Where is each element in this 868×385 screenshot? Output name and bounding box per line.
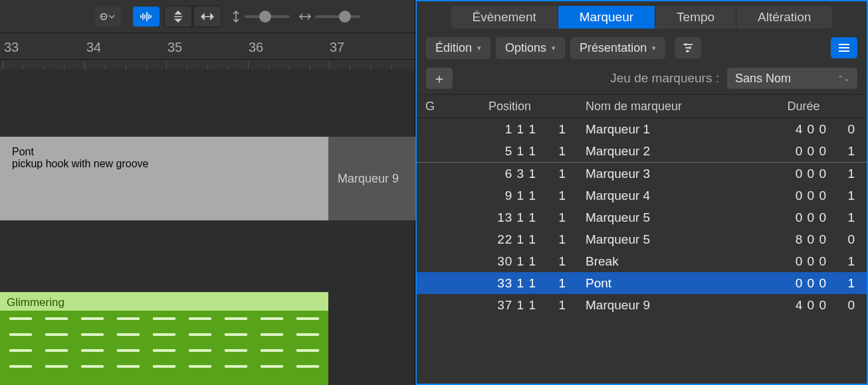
row-duration-sub[interactable]: 1: [835, 144, 867, 159]
row-position-sub[interactable]: 1: [543, 167, 570, 181]
svg-point-12: [686, 50, 689, 52]
editor-tabs: Évènement Marqueur Tempo Altération: [417, 1, 867, 33]
row-name[interactable]: Marqueur 4: [576, 189, 740, 203]
marker-region-pont[interactable]: Pont pickup hook with new groove: [0, 137, 328, 220]
row-name[interactable]: Marqueur 3: [576, 167, 740, 181]
row-duration[interactable]: 0 0 0: [740, 254, 835, 269]
bar-number: 34: [86, 40, 101, 55]
row-position-sub[interactable]: 1: [543, 189, 570, 203]
row-name[interactable]: Break: [576, 254, 740, 269]
audio-region-glimmering[interactable]: Glimmering: [0, 292, 328, 385]
marker-list-header: G Position Nom de marqueur Durée: [417, 94, 867, 118]
marker-row[interactable]: 33 1 11Pont0 0 01: [417, 272, 867, 294]
timeline-panel: 33 34 35 36 37 Pont pickup hook with new…: [0, 0, 415, 385]
filter-button[interactable]: [675, 37, 701, 58]
marker-set-bar: ＋ Jeu de marqueurs : Sans Nom ⌃⌄: [417, 62, 867, 94]
track-area[interactable]: Pont pickup hook with new groove Marqueu…: [0, 69, 415, 385]
vertical-zoom-icon: [231, 11, 241, 23]
row-position-sub[interactable]: 1: [543, 210, 570, 225]
horizontal-zoom-slider[interactable]: [315, 15, 360, 18]
row-name[interactable]: Marqueur 5: [576, 210, 740, 225]
edit-menu[interactable]: Édition▾: [426, 37, 490, 59]
options-menu[interactable]: Options▾: [496, 37, 565, 59]
row-position[interactable]: 9 1 1: [443, 189, 543, 203]
marker-row[interactable]: 37 1 11Marqueur 94 0 00: [417, 294, 867, 316]
svg-point-1: [102, 16, 103, 17]
row-duration-sub[interactable]: 1: [835, 276, 867, 291]
row-duration[interactable]: 0 0 0: [740, 210, 835, 225]
edit-menu-label: Édition: [435, 41, 472, 55]
vertical-zoom-slider-group: [231, 11, 290, 23]
row-position[interactable]: 37 1 1: [443, 298, 543, 313]
row-duration[interactable]: 0 0 0: [740, 167, 835, 181]
add-marker-button[interactable]: ＋: [426, 68, 453, 89]
marker-row[interactable]: 30 1 11Break0 0 01: [417, 250, 867, 272]
row-duration-sub[interactable]: 1: [835, 189, 867, 203]
row-position-sub[interactable]: 1: [543, 276, 570, 291]
row-duration[interactable]: 4 0 0: [740, 122, 835, 137]
tab-tempo[interactable]: Tempo: [655, 6, 736, 29]
waveform-tool-button[interactable]: [133, 7, 160, 27]
row-duration-sub[interactable]: 0: [835, 232, 867, 247]
row-name[interactable]: Marqueur 1: [576, 122, 740, 137]
row-duration-sub[interactable]: 1: [835, 210, 867, 225]
marker-row[interactable]: 6 3 11Marqueur 30 0 01: [417, 163, 867, 185]
col-header-name[interactable]: Nom de marqueur: [576, 100, 740, 114]
row-duration[interactable]: 0 0 0: [740, 189, 835, 203]
audio-region-name: Glimmering: [0, 295, 328, 311]
functions-menu-button[interactable]: [94, 7, 121, 27]
list-view-button[interactable]: [831, 37, 857, 58]
row-position[interactable]: 1 1 1: [443, 122, 543, 137]
row-duration-sub[interactable]: 0: [835, 298, 867, 313]
horizontal-auto-zoom-button[interactable]: [194, 7, 221, 27]
view-menu[interactable]: Présentation▾: [570, 37, 665, 59]
tab-signature[interactable]: Altération: [736, 6, 832, 29]
tab-event[interactable]: Évènement: [451, 6, 558, 29]
marker-row[interactable]: 5 1 11Marqueur 20 0 01: [417, 140, 867, 162]
marker-region-9[interactable]: Marqueur 9: [328, 137, 415, 220]
row-position-sub[interactable]: 1: [543, 122, 570, 137]
row-position[interactable]: 22 1 1: [443, 232, 543, 247]
vertical-auto-zoom-button[interactable]: [165, 7, 191, 27]
marker-row[interactable]: 9 1 11Marqueur 40 0 01: [417, 185, 867, 206]
zoom-tool-group: [163, 5, 222, 28]
row-duration[interactable]: 0 0 0: [740, 144, 835, 159]
bar-ruler[interactable]: 33 34 35 36 37: [0, 33, 415, 60]
col-header-position[interactable]: Position: [443, 100, 576, 114]
marker-list[interactable]: 1 1 11Marqueur 14 0 005 1 11Marqueur 20 …: [417, 118, 867, 384]
view-menu-label: Présentation: [580, 41, 647, 55]
list-editor-panel: Évènement Marqueur Tempo Altération Édit…: [415, 0, 868, 385]
chevron-down-icon: ▾: [477, 44, 481, 52]
row-position[interactable]: 33 1 1: [443, 276, 543, 291]
row-duration[interactable]: 8 0 0: [740, 232, 835, 247]
marker-9-label: Marqueur 9: [338, 172, 399, 186]
row-duration-sub[interactable]: 1: [835, 254, 867, 269]
marker-set-value: Sans Nom: [735, 72, 791, 86]
tab-marker[interactable]: Marqueur: [558, 6, 655, 29]
chevron-down-icon: ▾: [652, 44, 656, 52]
row-duration-sub[interactable]: 0: [835, 122, 867, 137]
row-duration-sub[interactable]: 1: [835, 167, 867, 181]
col-header-g[interactable]: G: [417, 100, 443, 114]
vertical-zoom-slider[interactable]: [245, 15, 290, 18]
row-position-sub[interactable]: 1: [543, 298, 570, 313]
row-position[interactable]: 5 1 1: [443, 144, 543, 159]
row-duration[interactable]: 0 0 0: [740, 276, 835, 291]
row-position-sub[interactable]: 1: [543, 232, 570, 247]
col-header-duration[interactable]: Durée: [740, 100, 867, 114]
row-position-sub[interactable]: 1: [543, 254, 570, 269]
row-duration[interactable]: 4 0 0: [740, 298, 835, 313]
marker-row[interactable]: 13 1 11Marqueur 50 0 01: [417, 206, 867, 228]
row-position[interactable]: 13 1 1: [443, 210, 543, 225]
row-position-sub[interactable]: 1: [543, 144, 570, 159]
marker-row[interactable]: 22 1 11Marqueur 58 0 00: [417, 228, 867, 250]
marker-row[interactable]: 1 1 11Marqueur 14 0 00: [417, 118, 867, 140]
row-name[interactable]: Pont: [576, 276, 740, 291]
marker-set-select[interactable]: Sans Nom ⌃⌄: [727, 68, 857, 89]
row-name[interactable]: Marqueur 5: [576, 232, 740, 247]
row-name[interactable]: Marqueur 2: [576, 144, 740, 159]
row-name[interactable]: Marqueur 9: [576, 298, 740, 313]
row-position[interactable]: 30 1 1: [443, 254, 543, 269]
options-menu-label: Options: [505, 41, 546, 55]
row-position[interactable]: 6 3 1: [443, 167, 543, 181]
